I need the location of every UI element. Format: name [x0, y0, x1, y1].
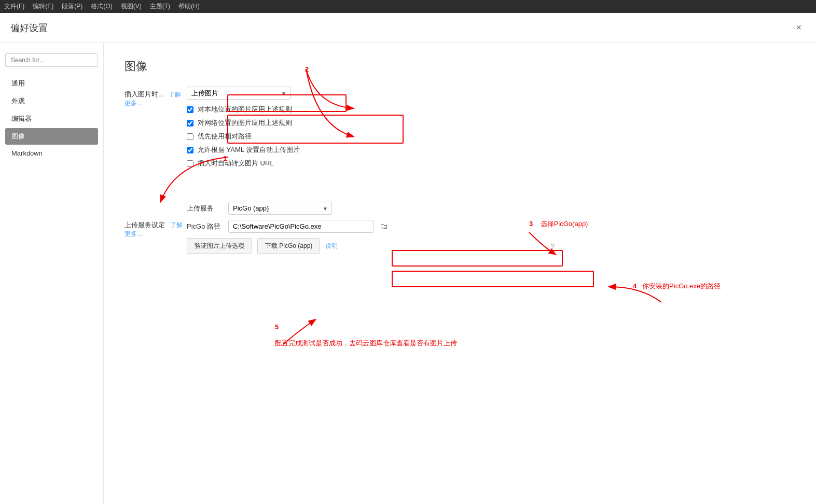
- search-input[interactable]: [5, 53, 98, 67]
- checkbox-url: 插入时自动转义图片 URL: [187, 159, 795, 168]
- menu-format[interactable]: 格式(O): [91, 2, 112, 11]
- checkbox-local-label[interactable]: 对本地位置的图片应用上述规则: [198, 105, 292, 114]
- insert-dropdown[interactable]: 上传图片 复制图片到当前文件夹 使用相对路径 不做任何操作: [187, 87, 291, 100]
- insert-dropdown-wrapper: 上传图片 复制图片到当前文件夹 使用相对路径 不做任何操作 ▼: [187, 87, 291, 100]
- menu-paragraph[interactable]: 段落(P): [62, 2, 82, 11]
- step5-text: 配置完成测试是否成功，去码云图库仓库查看是否有图片上传: [275, 339, 457, 348]
- insert-image-label: 插入图片时... 了解更多...: [125, 87, 187, 108]
- divider: [125, 189, 795, 189]
- menu-view[interactable]: 视图(V): [121, 2, 142, 11]
- upload-service-header: 上传服务设定 了解更多... 上传服务 PicGo (app) GitHub S: [125, 202, 795, 254]
- checkbox-local-input[interactable]: [187, 106, 193, 113]
- sidebar-item-image[interactable]: 图像: [5, 128, 98, 145]
- red-outline-path: [392, 271, 594, 287]
- close-button[interactable]: ×: [792, 20, 806, 35]
- window-title: 偏好设置: [10, 22, 48, 34]
- sidebar-item-general[interactable]: 通用: [5, 75, 98, 92]
- main-content: 图像 插入图片时... 了解更多... 上传图片: [104, 43, 816, 503]
- checkbox-yaml: 允许根据 YAML 设置自动上传图片: [187, 145, 795, 155]
- button-row: 验证图片上传选项 下载 PicGo (app) 说明 ?: [187, 238, 795, 254]
- sidebar-item-markdown[interactable]: Markdown: [5, 146, 98, 161]
- sidebar: 通用 外观 编辑器 图像 Markdown: [0, 43, 104, 503]
- preferences-window: 偏好设置 × 通用 外观 编辑器 图像 Markdown 图像: [0, 13, 816, 504]
- checkbox-local: 对本地位置的图片应用上述规则: [187, 105, 795, 114]
- picgo-path-label: PicGo 路径: [187, 222, 228, 231]
- content-area: 通用 外观 编辑器 图像 Markdown 图像 插入图片时...: [0, 43, 816, 503]
- annotation-5-label: 5: [275, 323, 279, 331]
- service-dropdown[interactable]: PicGo (app) GitHub S3 Custom Command: [228, 202, 332, 215]
- checkbox-url-label[interactable]: 插入时自动转义图片 URL: [198, 159, 274, 168]
- menu-help[interactable]: 帮助(H): [178, 2, 200, 11]
- explain-link[interactable]: 说明: [325, 242, 338, 250]
- insert-image-row: 插入图片时... 了解更多... 上传图片 复制图片到当前文件夹 使用相对路径: [125, 87, 795, 172]
- validate-button[interactable]: 验证图片上传选项: [187, 238, 252, 254]
- checkbox-relative-input[interactable]: [187, 133, 193, 140]
- menu-theme[interactable]: 主题(T): [150, 2, 170, 11]
- sidebar-item-editor[interactable]: 编辑器: [5, 110, 98, 127]
- service-row: 上传服务 PicGo (app) GitHub S3 Custom Comman…: [187, 202, 795, 215]
- checkbox-yaml-label[interactable]: 允许根据 YAML 设置自动上传图片: [198, 145, 300, 155]
- download-picgo-button[interactable]: 下载 PicGo (app): [257, 238, 320, 254]
- menubar: 文件(F) 编辑(E) 段落(P) 格式(O) 视图(V) 主题(T) 帮助(H…: [0, 0, 816, 13]
- sidebar-item-appearance[interactable]: 外观: [5, 93, 98, 109]
- help-icon[interactable]: ?: [550, 242, 555, 250]
- picgo-path-row: PicGo 路径 🗂: [187, 220, 795, 233]
- checkbox-network-label[interactable]: 对网络位置的图片应用上述规则: [198, 118, 292, 128]
- checkbox-relative-label[interactable]: 优先使用相对路径: [198, 132, 252, 141]
- arrow-4-svg: [599, 276, 667, 307]
- checkbox-network-input[interactable]: [187, 120, 193, 127]
- menu-edit[interactable]: 编辑(E): [33, 2, 53, 11]
- upload-service-section: 上传服务设定 了解更多... 上传服务 PicGo (app) GitHub S: [125, 202, 795, 254]
- insert-image-section: 插入图片时... 了解更多... 上传图片 复制图片到当前文件夹 使用相对路径: [125, 87, 795, 172]
- annotation-4-label: 4 你安装的PicGo.exe的路径: [633, 282, 721, 291]
- folder-browse-button[interactable]: 🗂: [378, 221, 390, 232]
- insert-dropdown-row: 上传图片 复制图片到当前文件夹 使用相对路径 不做任何操作 ▼: [187, 87, 795, 100]
- checkbox-relative: 优先使用相对路径: [187, 132, 795, 141]
- upload-service-body: 上传服务 PicGo (app) GitHub S3 Custom Comman…: [187, 202, 795, 254]
- section-title: 图像: [125, 59, 795, 74]
- checkbox-network: 对网络位置的图片应用上述规则: [187, 118, 795, 128]
- checkbox-yaml-input[interactable]: [187, 147, 193, 153]
- service-label: 上传服务: [187, 204, 228, 213]
- insert-image-body: 上传图片 复制图片到当前文件夹 使用相对路径 不做任何操作 ▼: [187, 87, 795, 172]
- upload-service-section-label: 上传服务设定 了解更多...: [125, 217, 187, 239]
- menu-file[interactable]: 文件(F): [4, 2, 24, 11]
- picgo-path-input[interactable]: [228, 220, 374, 233]
- checkbox-url-input[interactable]: [187, 160, 193, 167]
- service-dropdown-wrapper: PicGo (app) GitHub S3 Custom Command ▼: [228, 202, 332, 215]
- arrow-5-svg: [279, 315, 341, 346]
- title-bar: 偏好设置 ×: [0, 13, 816, 43]
